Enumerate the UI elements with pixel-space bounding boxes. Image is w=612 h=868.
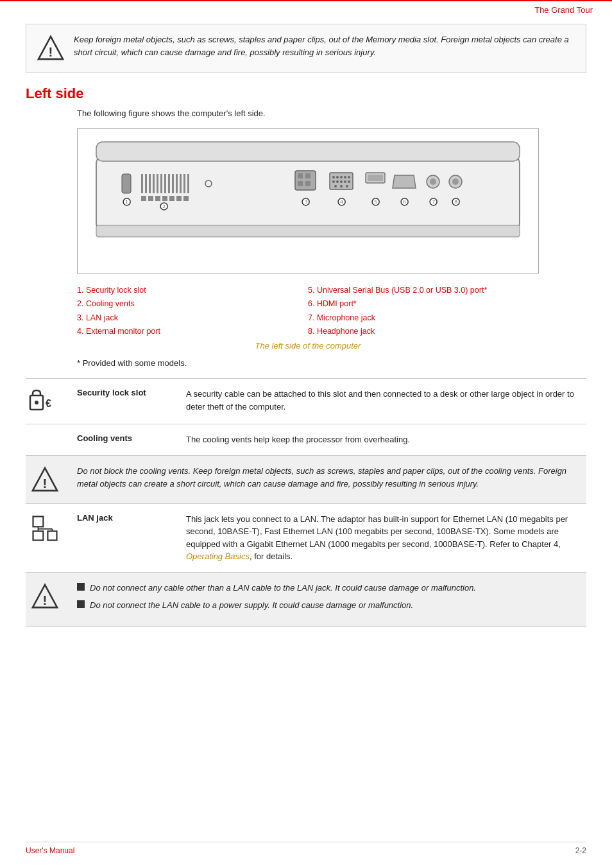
svg-rect-10 [153, 174, 155, 193]
svg-point-41 [332, 180, 335, 183]
svg-rect-15 [172, 174, 174, 193]
svg-rect-26 [183, 196, 189, 201]
svg-point-62 [35, 401, 38, 404]
legend-item-3: 3. LAN jack [77, 311, 308, 325]
svg-rect-8 [145, 174, 147, 193]
cooling-vents-icon [26, 433, 64, 435]
legend-item-6: 6. HDMI port* [308, 297, 539, 311]
security-lock-desc: A security cable can be attached to this… [186, 388, 586, 413]
svg-rect-30 [298, 173, 303, 178]
bullet-icon-1 [77, 583, 85, 591]
top-bar: The Grand Tour [0, 0, 612, 17]
svg-rect-3 [96, 142, 520, 161]
svg-text:❶: ❶ [123, 198, 130, 207]
svg-rect-31 [305, 173, 310, 178]
svg-point-39 [344, 176, 346, 178]
security-lock-row: € Security lock slot A security cable ca… [26, 379, 586, 424]
footer-page-number: 2-2 [575, 846, 586, 855]
laptop-diagram: ❶ [77, 128, 539, 273]
svg-text:!: ! [43, 476, 47, 490]
lan-jack-desc: This jack lets you connect to a LAN. The… [186, 513, 586, 563]
svg-text:❸: ❸ [302, 198, 309, 207]
laptop-svg: ❶ [90, 135, 526, 264]
svg-rect-23 [162, 196, 167, 201]
svg-point-36 [332, 176, 335, 178]
svg-point-46 [334, 185, 337, 187]
legend-item-5: 5. Universal Serial Bus (USB 2.0 or USB … [308, 284, 539, 297]
svg-rect-66 [33, 516, 44, 526]
page-footer: User's Manual 2-2 [26, 842, 586, 855]
svg-rect-11 [157, 174, 158, 193]
svg-rect-5 [122, 174, 131, 193]
legend-item-2: 2. Cooling vents [77, 297, 308, 311]
svg-rect-25 [176, 196, 182, 201]
svg-rect-14 [168, 174, 170, 193]
svg-rect-21 [148, 196, 153, 201]
legend-right-col: 5. Universal Serial Bus (USB 2.0 or USB … [308, 284, 539, 338]
svg-text:❽: ❽ [452, 198, 459, 207]
svg-rect-51 [368, 175, 383, 181]
lan-jack-name: LAN jack [77, 513, 180, 563]
bullet-icon-2 [77, 600, 85, 608]
footer-manual-label: User's Manual [26, 846, 74, 855]
lan-jack-body: LAN jack This jack lets you connect to a… [77, 513, 586, 563]
svg-point-59 [452, 178, 459, 185]
lan-warn-item-1: Do not connect any cable other than a LA… [77, 582, 586, 595]
svg-point-43 [340, 180, 343, 183]
svg-text:❹: ❹ [338, 198, 345, 207]
cooling-vents-body: Cooling vents The cooling vents help kee… [77, 433, 586, 446]
page-chapter-title: The Grand Tour [534, 5, 593, 15]
security-lock-icon: € [26, 388, 64, 415]
svg-text:❺: ❺ [372, 198, 379, 207]
figure-caption: The left side of the computer [77, 341, 539, 351]
svg-rect-19 [187, 174, 189, 193]
cooling-vents-name: Cooling vents [77, 433, 180, 446]
svg-rect-20 [141, 196, 146, 201]
svg-text:❷: ❷ [160, 202, 167, 211]
legend-left-col: 1. Security lock slot 2. Cooling vents 3… [77, 284, 308, 338]
svg-rect-68 [47, 531, 56, 540]
section-heading: Left side [26, 85, 586, 102]
top-warning-text: Keep foreign metal objects, such as scre… [74, 33, 575, 58]
svg-rect-17 [180, 174, 182, 193]
svg-point-48 [346, 185, 348, 187]
cooling-warning-icon: ! [26, 465, 64, 494]
warning-triangle-icon: ! [37, 35, 65, 63]
provided-note: * Provided with some models. [77, 358, 586, 368]
top-warning-box: ! Keep foreign metal objects, such as sc… [26, 24, 586, 73]
svg-rect-33 [305, 181, 310, 186]
svg-rect-22 [155, 196, 160, 201]
cooling-warning-row: ! Do not block the cooling vents. Keep f… [26, 456, 586, 504]
svg-point-40 [348, 176, 350, 178]
lan-warning-icon: ! [26, 582, 64, 611]
svg-point-37 [336, 176, 339, 178]
legend-item-7: 7. Microphone jack [308, 311, 539, 325]
svg-text:❼: ❼ [430, 198, 437, 207]
svg-rect-18 [183, 174, 185, 193]
intro-text: The following figure shows the computer'… [77, 108, 586, 118]
svg-point-56 [430, 178, 436, 185]
lan-jack-row: LAN jack This jack lets you connect to a… [26, 504, 586, 573]
security-lock-name: Security lock slot [77, 388, 180, 413]
svg-text:€: € [46, 398, 51, 409]
svg-point-44 [344, 180, 346, 183]
svg-text:!: ! [43, 593, 47, 607]
svg-rect-4 [96, 225, 520, 237]
svg-rect-32 [298, 181, 303, 186]
svg-marker-53 [393, 175, 416, 188]
legend-item-8: 8. Headphone jack [308, 325, 539, 338]
svg-point-42 [336, 180, 339, 183]
legend-item-1: 1. Security lock slot [77, 284, 308, 297]
svg-rect-2 [96, 155, 520, 232]
svg-rect-9 [149, 174, 151, 193]
lan-jack-icon [26, 513, 64, 542]
cooling-vents-row: Cooling vents The cooling vents help kee… [26, 424, 586, 456]
lan-warn-content: Do not connect any cable other than a LA… [77, 582, 586, 617]
svg-point-45 [348, 180, 350, 183]
security-lock-body: Security lock slot A security cable can … [77, 388, 586, 413]
legend-item-4: 4. External monitor port [77, 325, 308, 338]
svg-point-47 [340, 185, 343, 187]
svg-rect-12 [160, 174, 162, 193]
cooling-vents-desc: The cooling vents help keep the processo… [186, 433, 410, 446]
svg-text:❻: ❻ [401, 198, 408, 207]
